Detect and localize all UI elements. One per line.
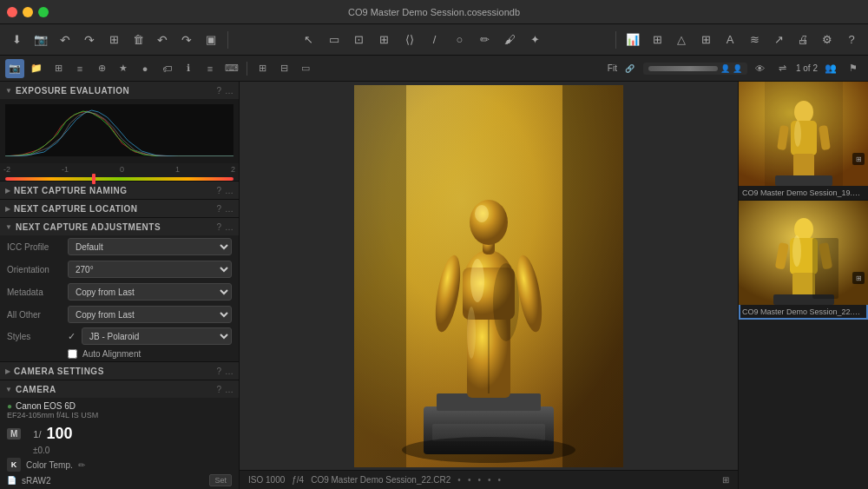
allother-select[interactable]: Copy from Last xyxy=(68,306,232,323)
cam-settings-header[interactable]: ▶ CAMERA SETTINGS ? … xyxy=(0,362,239,380)
info-button[interactable]: ⊞ xyxy=(694,29,717,51)
line-tool[interactable]: / xyxy=(424,29,446,51)
single-layout-btn[interactable]: ▭ xyxy=(296,59,315,78)
eye-btn[interactable]: 👁 xyxy=(751,59,770,78)
location-icons: ? … xyxy=(216,204,233,214)
healing-tool[interactable]: ✦ xyxy=(524,29,547,51)
separator-2 xyxy=(615,31,616,49)
adj-title: NEXT CAPTURE ADJUSTMENTS xyxy=(16,222,217,232)
thumbnail-2[interactable]: ⊞ CO9 Master Demo Session_22.CR2 xyxy=(739,201,868,320)
levels-button[interactable]: 📊 xyxy=(621,29,644,51)
arrow-button[interactable]: ↗ xyxy=(767,29,790,51)
help-button[interactable]: ? xyxy=(840,29,863,51)
exposure-slider xyxy=(0,177,239,181)
perspective-tool[interactable]: ⟨⟩ xyxy=(398,29,421,51)
camera-header[interactable]: ▼ CAMERA ? … xyxy=(0,380,239,398)
shutter-fraction: 1/ xyxy=(33,429,41,439)
location-header[interactable]: ▶ NEXT CAPTURE LOCATION ? … xyxy=(0,200,239,217)
rect-select-tool[interactable]: ▭ xyxy=(323,29,345,51)
naming-more-icon[interactable]: … xyxy=(225,186,233,195)
camera-button[interactable]: 📷 xyxy=(30,29,52,51)
warning-button[interactable]: △ xyxy=(670,29,693,51)
grid-tab[interactable]: ⊞ xyxy=(49,59,68,78)
status-aperture: ƒ/4 xyxy=(292,475,304,485)
titlebar: CO9 Master Demo Session.cosessiondb xyxy=(0,0,868,24)
wb-icon: K xyxy=(7,458,21,472)
exposure-header[interactable]: ▼ EXPOSURE EVALUATION ? … xyxy=(0,82,239,99)
minimize-button[interactable] xyxy=(23,7,33,17)
folder-tab[interactable]: 📁 xyxy=(27,59,46,78)
compare-btn[interactable]: ⇌ xyxy=(773,59,792,78)
people-btn[interactable]: 👥 xyxy=(821,59,840,78)
ellipse-tool[interactable]: ○ xyxy=(449,29,471,51)
text-button[interactable]: A xyxy=(719,29,741,51)
exposure-icons: ? … xyxy=(216,86,233,96)
color-temp-edit-icon[interactable]: ✏ xyxy=(78,460,85,470)
naming-header[interactable]: ▶ NEXT CAPTURE NAMING ? … xyxy=(0,182,239,199)
undo-button[interactable]: ↶ xyxy=(54,29,76,51)
tag-tab[interactable]: 🏷 xyxy=(157,59,176,78)
rotate-left-button[interactable]: ↶ xyxy=(151,29,174,51)
adjust-tab[interactable]: ⊕ xyxy=(92,59,111,78)
import-button[interactable]: ⬇ xyxy=(5,29,28,51)
svg-point-20 xyxy=(402,437,575,463)
maximize-button[interactable] xyxy=(38,7,49,17)
compare-button[interactable]: ≋ xyxy=(743,29,766,51)
set-button[interactable]: Set xyxy=(209,474,232,486)
thumb-1-icons: ⊞ xyxy=(852,153,865,165)
keyword-tab[interactable]: ⌨ xyxy=(222,59,241,78)
ev-row: ±0.0 xyxy=(0,445,239,456)
star-tab[interactable]: ★ xyxy=(114,59,133,78)
grid-button[interactable]: ⊞ xyxy=(102,29,125,51)
window-title: CO9 Master Demo Session.cosessiondb xyxy=(348,7,520,17)
status-filename: CO9 Master Demo Session_22.CR2 xyxy=(311,475,450,485)
cam-settings-more-icon[interactable]: … xyxy=(225,367,233,376)
cursor-tool[interactable]: ↖ xyxy=(298,29,320,51)
naming-help-icon[interactable]: ? xyxy=(216,186,221,195)
location-help-icon[interactable]: ? xyxy=(216,204,221,214)
print-button[interactable]: 🖨 xyxy=(792,29,814,51)
info2-tab[interactable]: ℹ xyxy=(179,59,198,78)
svg-point-19 xyxy=(493,263,519,341)
camera-help-icon[interactable]: ? xyxy=(216,385,221,394)
transform-tool[interactable]: ⊞ xyxy=(373,29,396,51)
styles-select[interactable]: JB - Polaroid xyxy=(82,327,232,345)
location-more-icon[interactable]: … xyxy=(225,204,233,214)
orient-select[interactable]: 270° xyxy=(68,261,232,278)
status-dot1: • xyxy=(457,475,461,485)
image-container xyxy=(240,82,738,470)
thumbnail-1[interactable]: ⊞ CO9 Master Demo Session_19.CR2 xyxy=(739,82,868,201)
adj-help-icon[interactable]: ? xyxy=(216,222,221,232)
camera-tab[interactable]: 📷 xyxy=(5,59,24,78)
camera-section: ▼ CAMERA ? … ● Canon EOS 6D EF24-105mm f… xyxy=(0,380,239,489)
tb2-sep xyxy=(247,62,247,76)
adjustments-header[interactable]: ▼ NEXT CAPTURE ADJUSTMENTS ? … xyxy=(0,218,239,235)
redo-button[interactable]: ↷ xyxy=(78,29,101,51)
close-button[interactable] xyxy=(7,7,17,17)
dual-layout-btn[interactable]: ⊟ xyxy=(274,59,293,78)
grid2-button[interactable]: ⊞ xyxy=(646,29,668,51)
zoom-fit-btn[interactable]: 🔗 xyxy=(621,59,640,78)
delete-button[interactable]: 🗑 xyxy=(127,29,149,51)
grid-layout-btn[interactable]: ⊞ xyxy=(253,59,272,78)
traffic-lights xyxy=(7,7,49,17)
exposure-more-icon[interactable]: … xyxy=(225,86,233,96)
status-grid-icon: ⊞ xyxy=(722,475,729,485)
settings-button[interactable]: ⚙ xyxy=(816,29,838,51)
meta-tab[interactable]: ≡ xyxy=(201,59,220,78)
crop-tool[interactable]: ⊡ xyxy=(348,29,371,51)
exposure-help-icon[interactable]: ? xyxy=(216,86,221,96)
brush-tool[interactable]: 🖌 xyxy=(499,29,522,51)
meta-select[interactable]: Copy from Last xyxy=(68,283,232,301)
flag-btn[interactable]: ⚑ xyxy=(844,59,863,78)
icc-select[interactable]: Default xyxy=(68,238,232,255)
auto-align-checkbox[interactable] xyxy=(68,349,77,359)
adj-more-icon[interactable]: … xyxy=(225,222,233,232)
rotate-right-button[interactable]: ↷ xyxy=(175,29,198,51)
cam-settings-help-icon[interactable]: ? xyxy=(216,367,221,376)
pen-tool[interactable]: ✏ xyxy=(474,29,496,51)
list-tab[interactable]: ≡ xyxy=(70,59,89,78)
camera-more-icon[interactable]: … xyxy=(225,385,233,394)
color-tab[interactable]: ● xyxy=(135,59,155,78)
process-button[interactable]: ▣ xyxy=(200,29,222,51)
